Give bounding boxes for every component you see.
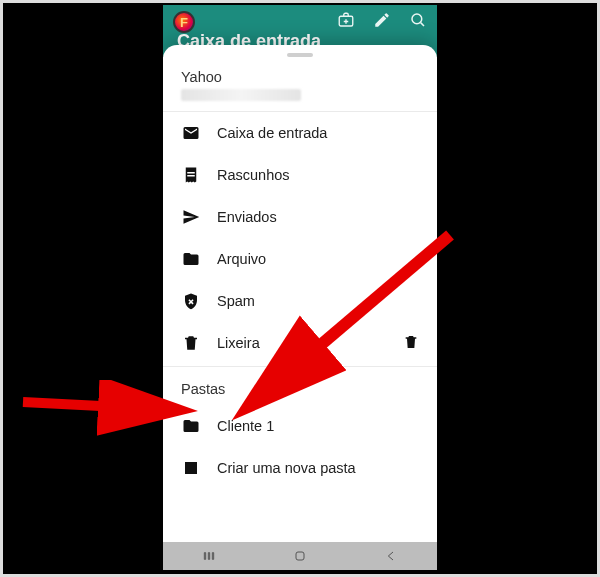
search-icon[interactable] [409, 11, 427, 29]
compose-icon[interactable] [373, 11, 391, 29]
app-logo-icon[interactable]: F [173, 11, 195, 33]
image-frame [0, 0, 600, 577]
medkit-icon[interactable] [337, 11, 355, 29]
svg-point-1 [412, 14, 422, 24]
